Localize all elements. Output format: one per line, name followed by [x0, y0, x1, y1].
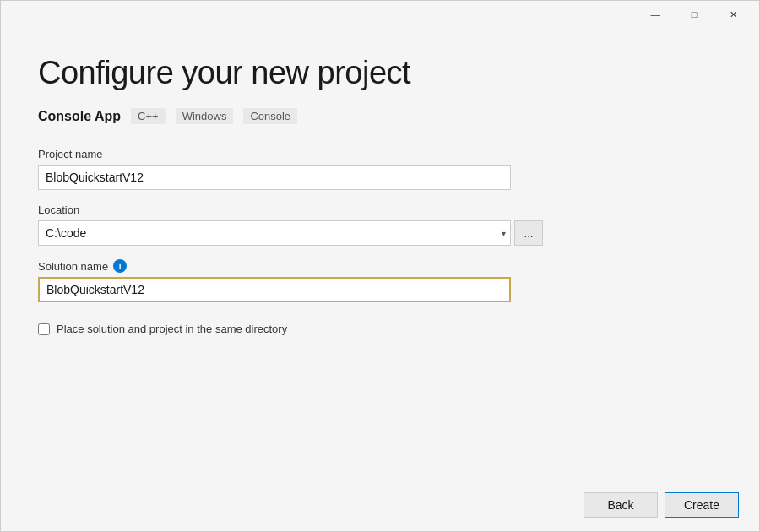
project-name-group: Project name	[38, 148, 722, 190]
location-group: Location C:\code ▾ ...	[38, 204, 722, 246]
location-select-wrapper: C:\code ▾	[38, 220, 511, 246]
create-button[interactable]: Create	[665, 492, 739, 518]
location-select[interactable]: C:\code	[38, 220, 511, 246]
solution-name-label: Solution name i	[38, 259, 722, 273]
info-icon[interactable]: i	[113, 259, 127, 273]
tag-cpp: C++	[131, 108, 166, 124]
browse-button[interactable]: ...	[514, 220, 543, 246]
main-content: Configure your new project Console App C…	[1, 28, 759, 479]
minimize-button[interactable]: —	[636, 1, 675, 28]
same-directory-checkbox[interactable]	[38, 323, 50, 335]
close-button[interactable]: ✕	[714, 1, 752, 28]
same-directory-row: Place solution and project in the same d…	[38, 323, 722, 335]
app-type-label: Console App	[38, 109, 121, 124]
tag-windows: Windows	[176, 108, 234, 124]
location-label: Location	[38, 204, 722, 216]
same-directory-label[interactable]: Place solution and project in the same d…	[57, 323, 287, 335]
page-title: Configure your new project	[38, 55, 722, 91]
footer: Back Create	[1, 479, 759, 531]
title-bar-controls: — □ ✕	[636, 1, 752, 28]
tag-console: Console	[243, 108, 297, 124]
project-name-label: Project name	[38, 148, 722, 160]
solution-name-group: Solution name i	[38, 259, 722, 302]
solution-name-input[interactable]	[38, 277, 511, 302]
title-bar: — □ ✕	[1, 1, 759, 28]
maximize-button[interactable]: □	[675, 1, 714, 28]
subtitle-row: Console App C++ Windows Console	[38, 108, 722, 124]
solution-input-wrapper	[38, 277, 511, 302]
project-name-input[interactable]	[38, 165, 511, 190]
form: Project name Location C:\code ▾ ...	[38, 148, 722, 335]
location-row: C:\code ▾ ...	[38, 220, 722, 246]
configure-project-window: — □ ✕ Configure your new project Console…	[0, 0, 760, 532]
back-button[interactable]: Back	[584, 492, 658, 518]
